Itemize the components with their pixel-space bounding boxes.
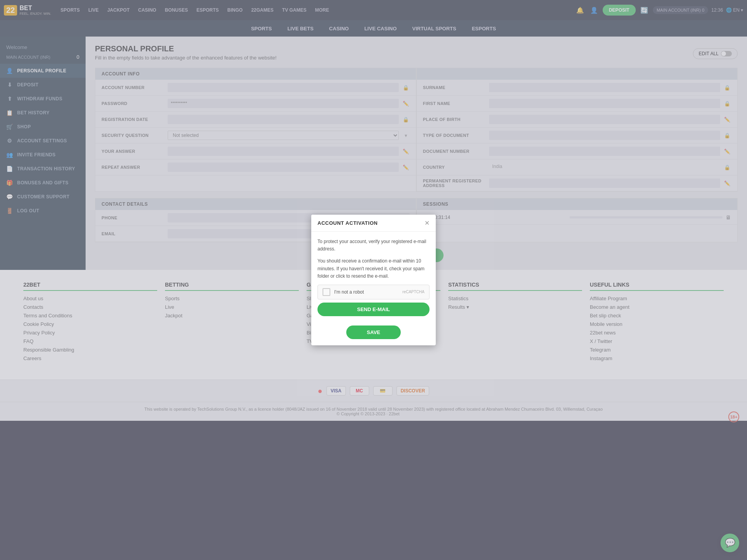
- modal-overlay: ACCOUNT ACTIVATION ✕ To protect your acc…: [0, 0, 747, 422]
- recaptcha-checkbox[interactable]: [323, 288, 330, 296]
- modal-close-button[interactable]: ✕: [424, 219, 430, 227]
- modal-header: ACCOUNT ACTIVATION ✕: [311, 215, 436, 232]
- modal-footer: SAVE: [311, 326, 436, 345]
- send-email-button[interactable]: SEND E-MAIL: [317, 303, 430, 316]
- modal-text-1: To protect your account, verify your reg…: [317, 238, 430, 253]
- recaptcha-area: I'm not a robot reCAPTCHA: [317, 285, 430, 299]
- account-activation-modal: ACCOUNT ACTIVATION ✕ To protect your acc…: [311, 215, 436, 345]
- modal-text-2: You should receive a confirmation e-mail…: [317, 257, 430, 280]
- modal-save-button[interactable]: SAVE: [346, 326, 401, 339]
- modal-title: ACCOUNT ACTIVATION: [317, 220, 378, 226]
- modal-body: To protect your account, verify your reg…: [311, 232, 436, 326]
